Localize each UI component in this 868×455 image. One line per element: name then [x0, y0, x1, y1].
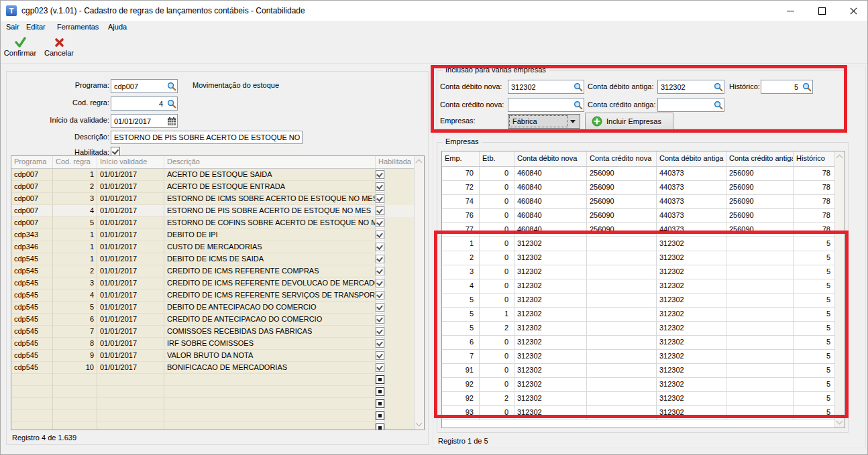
empresas-row[interactable]: 9203123023123025 [442, 378, 845, 392]
col-header-historico[interactable]: Histórico [794, 151, 836, 166]
historico-field[interactable]: 5 [761, 80, 813, 94]
programa-field[interactable]: cdp007 [111, 79, 178, 93]
rules-row-empty[interactable] [11, 410, 424, 422]
empresas-row[interactable]: 9223123023123025 [442, 392, 845, 406]
search-icon[interactable] [166, 99, 177, 109]
rules-row[interactable]: cdp545701/01/2017COMISSOES RECEBIDAS DAS… [11, 326, 424, 338]
habilitada-cell-checkbox[interactable] [376, 181, 385, 193]
empresas-row[interactable]: 403123023123025 [442, 279, 845, 294]
scroll-up-icon[interactable] [836, 155, 843, 161]
confirm-button[interactable]: Confirmar [1, 36, 40, 57]
empresas-row[interactable]: 303123023123025 [442, 265, 845, 279]
rules-row[interactable]: cdp343101/01/2017DEBITO DE IPI [11, 229, 424, 241]
search-icon[interactable] [712, 101, 724, 110]
col-header-conta-debito-nova[interactable]: Conta débito nova [514, 151, 587, 166]
habilitada-cell-checkbox[interactable] [376, 422, 385, 430]
habilitada-cell-checkbox[interactable] [376, 302, 385, 314]
empresas-row[interactable]: 203123023123025 [442, 251, 845, 265]
cancel-button[interactable]: Cancelar [40, 36, 78, 57]
rules-row[interactable]: cdp007501/01/2017ESTORNO DE COFINS SOBRE… [11, 217, 424, 229]
rules-row[interactable]: cdp007401/01/2017ESTORNO DE PIS SOBRE AC… [11, 205, 424, 217]
habilitada-checkbox[interactable] [111, 147, 120, 156]
scroll-down-icon[interactable] [416, 420, 423, 427]
rules-row[interactable]: cdp545801/01/2017IRF SOBRE COMISSOES [11, 338, 424, 350]
rules-row[interactable]: cdp545201/01/2017CREDITO DE ICMS REFEREN… [11, 265, 424, 277]
habilitada-cell-checkbox[interactable] [376, 193, 385, 205]
rules-row-empty[interactable] [11, 386, 424, 398]
empresas-row[interactable]: 70046084025609044037325609078 [442, 167, 845, 181]
habilitada-cell-checkbox[interactable] [376, 326, 385, 338]
col-header-inicio-validade[interactable]: Início validade [97, 156, 164, 168]
col-header-emp[interactable]: Emp. [442, 151, 480, 166]
scroll-up-icon[interactable] [416, 159, 423, 166]
conta-debito-antiga-field[interactable]: 312302 [657, 80, 724, 94]
conta-credito-antiga-field[interactable] [657, 98, 724, 112]
conta-debito-nova-field[interactable]: 312302 [508, 80, 584, 94]
rules-row[interactable]: cdp545401/01/2017CREDITO DE ICMS REFEREN… [11, 289, 424, 302]
habilitada-cell-checkbox[interactable] [376, 217, 385, 229]
rules-row[interactable]: cdp007201/01/2017ACERTO DE ESTOQUE ENTRA… [11, 181, 424, 193]
habilitada-cell-checkbox[interactable] [376, 241, 385, 253]
menu-ajuda[interactable]: Ajuda [108, 23, 127, 31]
empresas-row[interactable]: 74046084025609044037325609078 [442, 195, 845, 209]
empresas-row[interactable]: 9303123023123025 [442, 406, 845, 420]
empresas-row[interactable]: 513123023123025 [442, 308, 845, 322]
empresas-dropdown[interactable]: Fábrica [508, 114, 580, 129]
rules-scrollbar[interactable] [414, 156, 424, 430]
habilitada-cell-checkbox[interactable] [376, 253, 385, 265]
menu-sair[interactable]: Sair [6, 23, 19, 31]
col-header-conta-credito-antiga[interactable]: Conta crédito antiga [726, 151, 794, 166]
habilitada-cell-checkbox[interactable] [376, 205, 385, 217]
empresas-row[interactable]: 76046084025609044037325609078 [442, 209, 845, 223]
empresas-row[interactable]: 603123023123025 [442, 336, 845, 350]
rules-row-empty[interactable] [11, 374, 424, 386]
rules-row[interactable]: cdp346101/01/2017CUSTO DE MERCADORIAS [11, 241, 424, 253]
rules-row[interactable]: cdp545301/01/2017CREDITO DE ICMS REFEREN… [11, 277, 424, 289]
close-button[interactable] [838, 1, 868, 21]
search-icon[interactable] [572, 82, 584, 92]
search-icon[interactable] [572, 101, 584, 110]
empresas-row[interactable]: 72046084025609044037325609078 [442, 181, 845, 195]
habilitada-cell-checkbox[interactable] [376, 169, 385, 181]
habilitada-cell-checkbox[interactable] [376, 277, 385, 289]
empresas-row[interactable]: 103123023123025 [442, 237, 845, 251]
minimize-button[interactable] [775, 1, 806, 21]
empresas-row[interactable]: 703123023123025 [442, 350, 845, 364]
col-header-programa[interactable]: Programa [11, 156, 53, 168]
empresas-row[interactable]: 77046084025609044037325609078 [442, 223, 845, 237]
col-header-cod-regra[interactable]: Cod. regra [53, 156, 97, 168]
rules-row[interactable]: cdp545101/01/2017DEBITO DE ICMS DE SAIDA [11, 253, 424, 265]
cod-regra-field[interactable]: 4 [111, 96, 178, 111]
search-icon[interactable] [166, 82, 177, 91]
inicio-validade-field[interactable]: 01/01/2017 [111, 114, 178, 128]
rules-row[interactable]: cdp007101/01/2017ACERTO DE ESTOQUE SAIDA [11, 169, 424, 181]
rules-row-empty[interactable] [11, 398, 424, 410]
rules-row[interactable]: cdp007301/01/2017ESTORNO DE ICMS SOBRE A… [11, 193, 424, 205]
habilitada-cell-checkbox[interactable] [376, 265, 385, 277]
rules-row[interactable]: cdp5451001/01/2017BONIFICACAO DE MERCADO… [11, 362, 424, 374]
habilitada-cell-checkbox[interactable] [376, 229, 385, 241]
habilitada-cell-checkbox[interactable] [376, 398, 385, 410]
empresas-row[interactable]: 9103123023123025 [442, 364, 845, 378]
col-header-descricao[interactable]: Descrição [164, 156, 376, 168]
rules-row[interactable]: cdp545501/01/2017DEBITO DE ANTECIPACAO D… [11, 302, 424, 314]
maximize-button[interactable] [806, 1, 837, 21]
search-icon[interactable] [801, 82, 812, 92]
rules-row-empty[interactable] [11, 422, 424, 430]
habilitada-cell-checkbox[interactable] [376, 289, 385, 302]
search-icon[interactable] [712, 82, 724, 92]
empresas-row[interactable]: 523123023123025 [442, 322, 845, 336]
habilitada-cell-checkbox[interactable] [376, 362, 385, 374]
calendar-icon[interactable] [166, 117, 177, 126]
habilitada-cell-checkbox[interactable] [376, 374, 385, 386]
habilitada-cell-checkbox[interactable] [376, 314, 385, 326]
col-header-conta-credito-nova[interactable]: Conta crédito nova [587, 151, 657, 166]
descricao-field[interactable]: ESTORNO DE PIS SOBRE ACERTO DE ESTOQUE N… [111, 131, 303, 144]
habilitada-cell-checkbox[interactable] [376, 338, 385, 350]
empresas-row[interactable]: 503123023123025 [442, 294, 845, 308]
rules-row[interactable]: cdp545601/01/2017CREDITO DE ANTECIPACAO … [11, 314, 424, 326]
conta-credito-nova-field[interactable] [508, 98, 584, 112]
habilitada-cell-checkbox[interactable] [376, 350, 385, 362]
rules-row[interactable]: cdp545901/01/2017VALOR BRUTO DA NOTA [11, 350, 424, 362]
col-header-habilitada[interactable]: Habilitada [376, 156, 416, 168]
